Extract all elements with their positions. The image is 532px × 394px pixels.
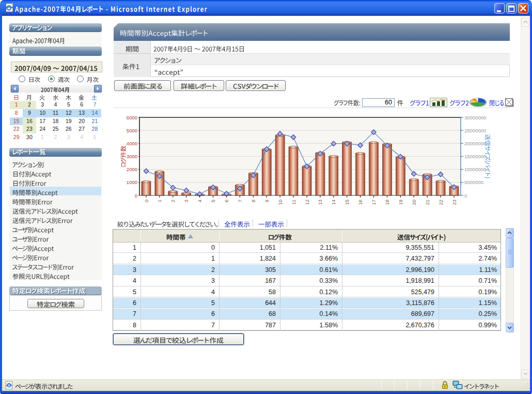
svg-text:25000000: 25000000 xyxy=(464,128,486,133)
svg-text:13: 13 xyxy=(317,200,323,205)
svg-text:15: 15 xyxy=(344,200,350,205)
svg-text:16: 16 xyxy=(357,200,363,205)
svg-text:5000000: 5000000 xyxy=(464,179,483,185)
svg-text:1: 1 xyxy=(157,200,162,202)
svg-text:11: 11 xyxy=(291,200,296,205)
svg-text:0: 0 xyxy=(464,193,467,199)
svg-text:23: 23 xyxy=(451,200,457,205)
svg-text:21: 21 xyxy=(425,200,430,205)
svg-text:10: 10 xyxy=(277,200,283,205)
svg-text:14: 14 xyxy=(331,200,336,205)
svg-text:5: 5 xyxy=(210,200,216,202)
svg-text:6000: 6000 xyxy=(127,115,137,120)
svg-text:22: 22 xyxy=(438,200,444,205)
svg-text:8: 8 xyxy=(251,200,256,202)
svg-text:4: 4 xyxy=(197,200,202,202)
svg-text:1000: 1000 xyxy=(127,179,137,185)
svg-text:2000: 2000 xyxy=(127,166,137,172)
svg-text:5000: 5000 xyxy=(127,128,137,133)
svg-text:12: 12 xyxy=(304,200,310,205)
svg-text:18: 18 xyxy=(384,200,390,205)
svg-text:4000: 4000 xyxy=(127,141,137,146)
svg-text:3000: 3000 xyxy=(127,154,137,159)
svg-text:6: 6 xyxy=(224,200,229,202)
svg-text:2: 2 xyxy=(170,200,176,202)
svg-text:20000000: 20000000 xyxy=(464,141,486,146)
svg-text:9: 9 xyxy=(264,200,270,202)
svg-text:30000000: 30000000 xyxy=(464,115,486,120)
svg-text:7: 7 xyxy=(237,200,243,202)
svg-text:10000000: 10000000 xyxy=(464,166,486,172)
svg-text:0: 0 xyxy=(135,193,137,199)
svg-text:20: 20 xyxy=(411,200,417,205)
svg-text:3: 3 xyxy=(183,200,189,202)
svg-text:0: 0 xyxy=(144,200,149,202)
svg-text:19: 19 xyxy=(398,200,403,205)
svg-text:17: 17 xyxy=(371,200,377,205)
svg-text:15000000: 15000000 xyxy=(464,154,486,159)
